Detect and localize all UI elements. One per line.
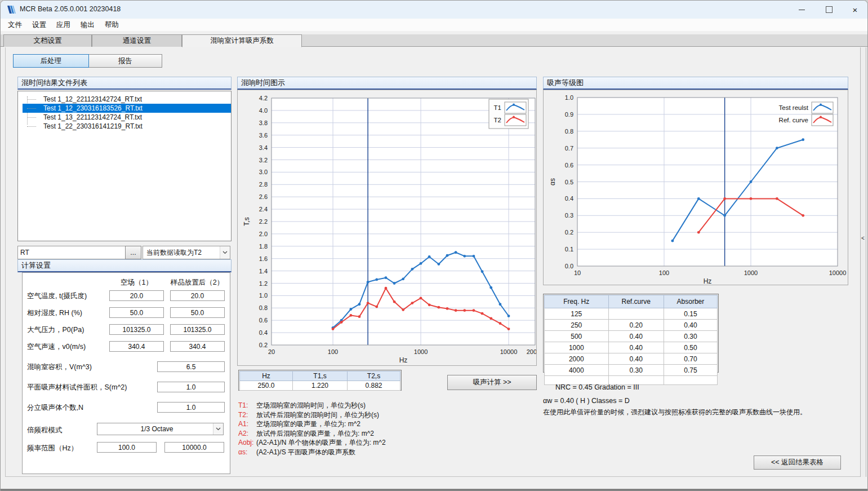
note-text-a1: 空场混响室的吸声量，单位为: m^2 (256, 419, 360, 429)
notes-block: T1:空场混响室的混响时间，单位为秒(s) T2:放试件后混响室的混响时间，单位… (238, 401, 537, 457)
rt-table-row[interactable]: 250.0 1.220 0.882 (240, 381, 400, 391)
file-list-header: 混时间结果文件列表 (17, 77, 232, 90)
menu-file[interactable]: 文件 (3, 19, 27, 31)
rt-table-cell-t2: 0.882 (347, 381, 400, 391)
note-text-a2: 放试件后混响室的吸声量，单位为: m^2 (256, 429, 374, 439)
svg-text:1.4: 1.4 (259, 268, 268, 275)
table-row[interactable]: 10000.400.50 (545, 342, 718, 353)
cell-abs: 0.40 (664, 320, 717, 331)
table-row[interactable]: 20000.400.70 (545, 353, 718, 365)
note-key-aobj: Aobj: (238, 438, 256, 448)
absorber-count-field[interactable] (157, 402, 225, 413)
table-row[interactable]: 1250.15 (545, 308, 718, 320)
file-item[interactable]: Test 1_13_221123142724_RT.txt (23, 113, 231, 122)
air-temp-label: 空气温度, t(摄氏度) (27, 291, 87, 301)
subtab-report[interactable]: 报告 (88, 54, 162, 68)
tab-reverb-absorption[interactable]: 混响室计算吸声系数 (182, 34, 302, 47)
svg-text:2.6: 2.6 (259, 193, 268, 200)
minimize-button[interactable] (789, 1, 814, 19)
browse-button[interactable]: ... (125, 246, 141, 259)
panel-splitter[interactable]: < (860, 47, 866, 477)
svg-text:1000: 1000 (414, 348, 428, 355)
humidity-field-1[interactable] (109, 307, 164, 318)
menu-output[interactable]: 输出 (75, 19, 100, 31)
svg-text:10000: 10000 (829, 269, 847, 276)
rt-chart-header: 混响时间图示 (237, 77, 537, 90)
pressure-label: 大气压力，P0(Pa) (27, 325, 84, 335)
file-item[interactable]: Test 1_12_221123142724_RT.txt (23, 95, 231, 104)
subtab-postprocess[interactable]: 后处理 (13, 54, 89, 68)
rt-table-header-hz: Hz (240, 371, 293, 381)
svg-text:0.5: 0.5 (565, 179, 573, 185)
svg-text:4.2: 4.2 (259, 95, 268, 101)
tab-document-settings[interactable]: 文档设置 (3, 34, 92, 47)
rt-value-table: Hz T1,s T2,s 250.0 1.220 0.882 (238, 370, 402, 391)
rt-table-cell-t1: 1.220 (293, 381, 348, 391)
menu-application[interactable]: 应用 (51, 19, 75, 31)
rt-table-header-t2: T2,s (347, 371, 400, 381)
grade-table: Freq. Hz Ref.curve Absorber 1250.15 2500… (543, 294, 719, 373)
svg-text:1.0: 1.0 (565, 94, 573, 101)
svg-text:αs: αs (549, 178, 557, 185)
octave-mode-label: 倍频程模式 (27, 426, 63, 435)
menu-help[interactable]: 帮助 (100, 19, 124, 31)
table-row[interactable]: 5000.400.30 (545, 331, 718, 342)
cell-freq: 125 (545, 308, 609, 320)
octave-mode-combobox[interactable]: 1/3 Octave (97, 423, 224, 435)
svg-text:3.0: 3.0 (259, 169, 268, 175)
freq-max-field[interactable] (164, 442, 224, 453)
pressure-field-2[interactable] (170, 324, 225, 335)
svg-text:1.2: 1.2 (259, 280, 268, 287)
room-volume-field[interactable] (157, 361, 225, 372)
svg-text:1.0: 1.0 (259, 292, 268, 299)
svg-text:0.4: 0.4 (259, 329, 268, 336)
note-text-t2: 放试件后混响室的混响时间，单位为秒(s) (256, 410, 379, 420)
menu-settings[interactable]: 设置 (27, 19, 51, 31)
air-temp-field-1[interactable] (109, 290, 164, 301)
pressure-field-1[interactable] (109, 324, 164, 335)
window-bottom-edge (1, 489, 867, 491)
note-key-a1: A1: (238, 419, 256, 429)
cell-abs: 0.70 (664, 353, 717, 365)
sample-area-field[interactable] (157, 382, 225, 392)
cell-ref: 0.20 (608, 320, 664, 331)
rt-name-input[interactable] (17, 246, 126, 259)
cell-ref: 0.40 (608, 342, 664, 353)
file-item[interactable]: Test 1_22_230316141219_RT.txt (23, 122, 231, 131)
note-key-t1: T1: (238, 401, 256, 410)
freq-min-field[interactable] (97, 442, 157, 453)
rt-table-cell-hz: 250.0 (240, 381, 293, 391)
sound-speed-field-2[interactable] (170, 341, 225, 352)
nrc-result-text: NRC = 0.45 Gradation = III (555, 383, 639, 391)
svg-text:1.6: 1.6 (259, 255, 268, 262)
maximize-button[interactable] (816, 1, 842, 19)
file-item-selected[interactable]: Test 1_12_230316183526_RT.txt (23, 104, 231, 113)
svg-text:0.8: 0.8 (259, 304, 268, 311)
advice-text: 在使用此单值评价量的时候，强烈建议与按照标准获得的完整的吸声系数曲线一块使用。 (543, 408, 807, 417)
svg-text:0.3: 0.3 (565, 212, 573, 219)
col-header-empty-room: 空场（1） (109, 278, 164, 287)
tab-channel-settings[interactable]: 通道设置 (92, 34, 182, 47)
file-listbox[interactable]: Test 1_12_221123142724_RT.txt Test 1_12_… (17, 91, 232, 241)
grade-chart-header: 吸声等级图 (543, 77, 848, 90)
svg-text:0.4: 0.4 (565, 195, 573, 202)
data-read-value: 当前数据读取为T2 (143, 248, 220, 258)
calc-settings-panel: 空场（1） 样品放置后（2） 空气温度, t(摄氏度) 相对湿度, RH (%)… (22, 272, 230, 474)
back-to-results-button[interactable]: << 返回结果表格 (754, 455, 841, 470)
absorption-calc-button[interactable]: 吸声计算 >> (447, 375, 537, 390)
air-temp-field-2[interactable] (170, 290, 225, 301)
svg-text:T1: T1 (494, 104, 501, 111)
note-text-aobj: (A2-A1)/N 单个物体的吸声量，单位为: m^2 (256, 438, 386, 448)
note-text-t1: 空场混响室的混响时间，单位为秒(s) (256, 401, 366, 410)
cell-abs: 0.30 (664, 331, 717, 342)
humidity-field-2[interactable] (170, 307, 225, 318)
sound-speed-field-1[interactable] (109, 341, 164, 352)
table-row[interactable]: 2500.200.40 (545, 320, 718, 331)
data-read-combobox[interactable]: 当前数据读取为T2 (143, 246, 230, 259)
svg-text:0.6: 0.6 (565, 162, 573, 169)
maximize-icon (826, 6, 833, 13)
app-window: MCR Beta 2.05.0.001 20230418 × 文件 设置 应用 … (0, 0, 868, 491)
note-key-as: αs: (238, 448, 256, 457)
table-row[interactable]: 40000.300.75 (545, 365, 718, 376)
close-button[interactable]: × (842, 1, 868, 19)
